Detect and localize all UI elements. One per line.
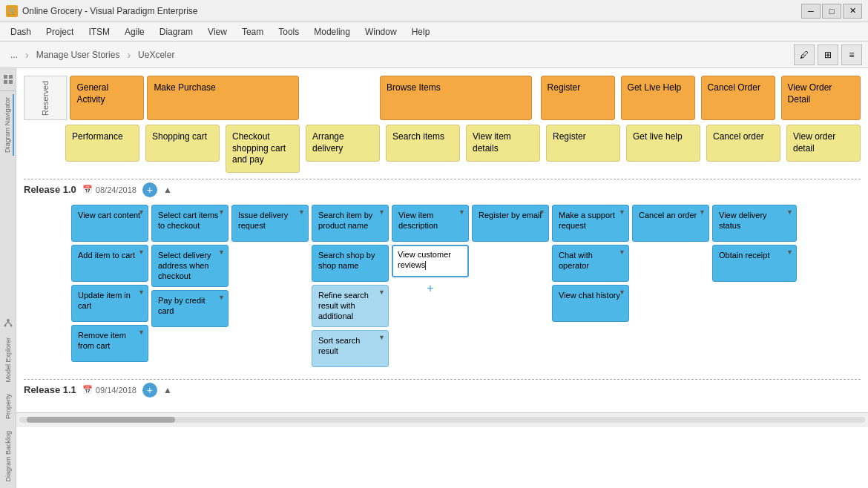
breadcrumb-manage-user-stories[interactable]: Manage User Stories (32, 48, 125, 62)
sidebar-tab-property[interactable]: Property (3, 391, 13, 422)
breadcrumb-uexceler[interactable]: UeXceler (134, 48, 179, 62)
toolbar-icon-edit[interactable]: 🖊 (794, 44, 815, 65)
story-refine-search[interactable]: ▼ Refine search result with additional (312, 285, 389, 327)
dropdown-arrow[interactable]: ▼ (218, 248, 225, 257)
story-register-email[interactable]: ▼ Register by email (472, 205, 549, 242)
menu-project[interactable]: Project (39, 24, 81, 39)
epic-register[interactable]: Register (541, 76, 615, 120)
release-1-collapse[interactable]: ▲ (163, 185, 172, 195)
breadcrumb-ellipsis[interactable]: ... (6, 48, 22, 62)
story-remove-item-cart[interactable]: ▼ Remove item from cart (71, 325, 148, 362)
menu-help[interactable]: Help (404, 24, 438, 39)
dropdown-arrow[interactable]: ▼ (138, 248, 145, 257)
story-view-delivery-status[interactable]: ▼ View delivery status (712, 205, 797, 242)
sidebar-tab-diagram-backlog[interactable]: Diagram Backlog (3, 428, 13, 485)
menu-team[interactable]: Team (234, 24, 271, 39)
theme-get-live-help[interactable]: Get live help (626, 125, 700, 162)
dropdown-arrow[interactable]: ▼ (619, 288, 625, 297)
scroll-bar[interactable] (16, 412, 868, 427)
epic-cancel-order[interactable]: Cancel Order (701, 76, 775, 120)
dropdown-arrow[interactable]: ▼ (138, 329, 145, 337)
maximize-button[interactable]: □ (822, 4, 841, 19)
dropdown-arrow[interactable]: ▼ (298, 208, 305, 217)
story-select-cart-items[interactable]: ▼ Select cart items to checkout (151, 205, 228, 242)
epic-get-live-help[interactable]: Get Live Help (621, 76, 695, 120)
story-view-cart-content[interactable]: ▼ View cart content (71, 205, 148, 242)
release-1-stories: ▼ View cart content ▼ Add item to cart ▼… (71, 205, 861, 367)
story-add-item-cart[interactable]: ▼ Add item to cart (71, 245, 148, 282)
theme-register[interactable]: Register (546, 125, 620, 162)
release-2-date: 📅 09/14/2018 (82, 385, 137, 395)
sidebar-tab-model-explorer[interactable]: Model Explorer (3, 334, 13, 386)
menu-window[interactable]: Window (358, 24, 404, 39)
story-select-delivery-address[interactable]: ▼ Select delivery address when checkout (151, 245, 228, 287)
svg-point-7 (4, 324, 6, 326)
theme-shopping-cart[interactable]: Shopping cart (145, 125, 220, 162)
theme-search-items[interactable]: Search items (386, 125, 460, 162)
story-view-item-description[interactable]: ▼ View item description (392, 205, 469, 242)
theme-cancel-order[interactable]: Cancel order (706, 125, 780, 162)
theme-performance[interactable]: Performance (65, 125, 139, 162)
menu-itsm[interactable]: ITSM (81, 24, 117, 39)
story-issue-delivery[interactable]: ▼ Issue delivery request (231, 205, 309, 242)
dropdown-arrow[interactable]: ▼ (458, 208, 465, 217)
menu-view[interactable]: View (200, 24, 234, 39)
svg-point-4 (7, 319, 10, 322)
release-2-label: Release 1.1 (24, 384, 76, 395)
release-2-add-button[interactable]: + (142, 383, 157, 398)
dropdown-arrow[interactable]: ▼ (378, 334, 385, 343)
story-sort-search[interactable]: ▼ Sort search result (312, 330, 389, 367)
dropdown-arrow[interactable]: ▼ (786, 248, 793, 257)
menu-modeling[interactable]: Modeling (306, 24, 358, 39)
sidebar-icon-1[interactable] (0, 71, 16, 88)
story-make-support[interactable]: ▼ Make a support request (552, 205, 629, 242)
story-chat-operator[interactable]: ▼ Chat with operator (552, 245, 629, 282)
theme-view-order-detail[interactable]: View order detail (786, 125, 861, 162)
story-update-item-cart[interactable]: ▼ Update item in cart (71, 285, 148, 322)
story-view-customer-reviews-editing[interactable]: View customer reviews (392, 245, 469, 277)
story-cancel-order[interactable]: ▼ Cancel an order (632, 205, 709, 242)
scroll-thumb[interactable] (27, 417, 175, 423)
story-view-chat-history[interactable]: ▼ View chat history (552, 285, 629, 322)
theme-checkout[interactable]: Checkout shopping cart and pay (226, 125, 300, 173)
sidebar-icon-model-explorer[interactable] (0, 315, 16, 332)
dropdown-arrow[interactable]: ▼ (218, 294, 225, 303)
menu-agile[interactable]: Agile (117, 24, 152, 39)
dropdown-arrow[interactable]: ▼ (138, 208, 145, 217)
dropdown-arrow[interactable]: ▼ (699, 208, 706, 217)
story-pay-by-credit[interactable]: ▼ Pay by credit card (151, 290, 228, 327)
dropdown-arrow[interactable]: ▼ (619, 248, 625, 257)
reserved-label: Reserved (24, 76, 67, 120)
app-icon: 🛒 (6, 5, 18, 17)
col-view-item-add[interactable]: + (392, 280, 469, 297)
dropdown-arrow[interactable]: ▼ (619, 208, 625, 217)
epic-general-activity[interactable]: General Activity (70, 76, 144, 120)
theme-view-item-details[interactable]: View item details (466, 125, 540, 162)
epic-make-purchase[interactable]: Make Purchase (147, 76, 299, 120)
dropdown-arrow[interactable]: ▼ (378, 208, 385, 217)
menu-diagram[interactable]: Diagram (152, 24, 200, 39)
col-view-delivery: ▼ View delivery status ▼ Obtain receipt (712, 205, 797, 282)
story-search-item-product[interactable]: ▼ Search item by product name (312, 205, 389, 242)
toolbar-icon-layout[interactable]: ≡ (841, 44, 862, 65)
release-1-add-button[interactable]: + (142, 182, 157, 197)
epic-view-order-detail[interactable]: View Order Detail (781, 76, 861, 120)
close-button[interactable]: ✕ (843, 4, 862, 19)
story-obtain-receipt[interactable]: ▼ Obtain receipt (712, 245, 797, 282)
svg-rect-0 (4, 75, 7, 79)
toolbar-icon-grid[interactable]: ⊞ (818, 44, 838, 65)
release-1-label: Release 1.0 (24, 184, 76, 195)
dropdown-arrow[interactable]: ▼ (786, 208, 793, 217)
menu-tools[interactable]: Tools (271, 24, 306, 39)
sidebar-tab-diagram-navigator[interactable]: Diagram Navigator (2, 94, 14, 156)
epic-browse-items[interactable]: Browse Items (380, 76, 532, 120)
release-2-collapse[interactable]: ▲ (163, 385, 172, 395)
story-search-shop[interactable]: Search shop by shop name (312, 245, 389, 282)
menu-dash[interactable]: Dash (3, 24, 39, 39)
theme-arrange-delivery[interactable]: Arrange delivery (306, 125, 380, 162)
dropdown-arrow[interactable]: ▼ (539, 208, 545, 217)
minimize-button[interactable]: ─ (801, 4, 821, 19)
dropdown-arrow[interactable]: ▼ (138, 288, 145, 297)
dropdown-arrow[interactable]: ▼ (218, 208, 225, 217)
dropdown-arrow[interactable]: ▼ (378, 288, 385, 297)
